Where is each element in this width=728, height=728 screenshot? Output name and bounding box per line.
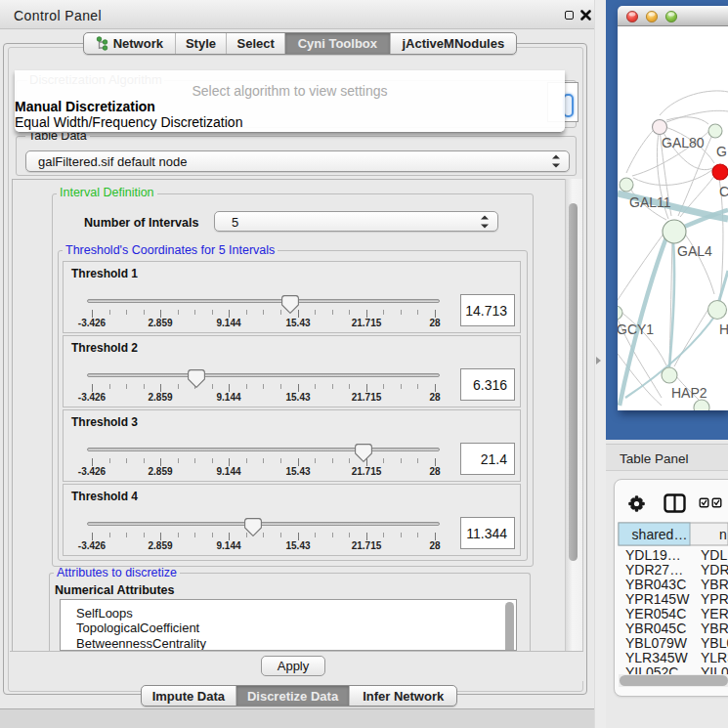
svg-text:YBR045C: YBR045C bbox=[625, 621, 686, 636]
svg-text:GAL11: GAL11 bbox=[629, 194, 671, 210]
svg-text:YER0: YER0 bbox=[701, 606, 728, 621]
svg-text:YBR0: YBR0 bbox=[701, 577, 728, 592]
svg-text:YBL079W: YBL079W bbox=[625, 635, 688, 651]
svg-text:GAL4: GAL4 bbox=[677, 243, 712, 259]
svg-text:YDR27…: YDR27… bbox=[625, 562, 683, 578]
svg-text:YBR043C: YBR043C bbox=[625, 577, 686, 592]
svg-text:C: C bbox=[719, 184, 728, 199]
svg-text:shared…: shared… bbox=[632, 527, 688, 542]
svg-text:G: G bbox=[716, 144, 727, 159]
svg-text:HAP2: HAP2 bbox=[671, 385, 707, 401]
svg-text:YER054C: YER054C bbox=[625, 606, 686, 621]
svg-text:GCY1: GCY1 bbox=[618, 321, 654, 337]
svg-text:YDR2: YDR2 bbox=[701, 562, 728, 578]
svg-text:YDL19…: YDL19… bbox=[625, 547, 681, 563]
svg-text:YBR0: YBR0 bbox=[701, 621, 728, 636]
svg-text:n: n bbox=[719, 527, 727, 542]
svg-text:YPR145W: YPR145W bbox=[625, 591, 690, 607]
svg-text:YLR3: YLR3 bbox=[701, 650, 728, 665]
svg-text:YLR345W: YLR345W bbox=[625, 650, 689, 665]
svg-text:H: H bbox=[719, 321, 728, 337]
svg-text:YBL0: YBL0 bbox=[701, 635, 728, 651]
svg-text:YPR1: YPR1 bbox=[701, 591, 728, 607]
svg-text:GAL80: GAL80 bbox=[662, 135, 705, 150]
svg-text:YDL1: YDL1 bbox=[701, 547, 728, 563]
